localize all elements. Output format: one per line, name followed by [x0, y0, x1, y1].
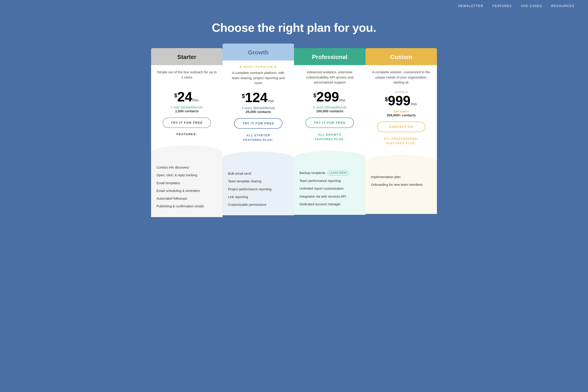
- learn-more-badge[interactable]: LEARN MORE: [328, 171, 349, 175]
- starter-period: /mo.: [192, 98, 200, 102]
- pricing-grid: Starter Simple out of the box outreach f…: [146, 48, 442, 217]
- custom-features-plus-label: ALL PROFESSIONALFEATURES PLUS:: [371, 136, 432, 146]
- growth-header: Growth: [222, 44, 294, 60]
- professional-features-plus-label: ALL GROWTHFEATURES PLUS:: [300, 132, 360, 141]
- custom-features-list: Implementation plan Onboarding for new t…: [366, 168, 437, 214]
- growth-currency: $: [242, 93, 245, 99]
- list-item: Publishing & confirmation emails: [156, 202, 217, 210]
- professional-users-contacts: 6 users ($50/additional) 100,000 contact…: [300, 106, 360, 113]
- custom-users-contacts: 15+ users 300,000+ contacts: [371, 109, 432, 117]
- plan-growth: Growth ★ MOST POPULAR ★ A complete outre…: [222, 44, 294, 215]
- nav-resources[interactable]: RESOURCES: [551, 4, 574, 8]
- custom-users: 15+ users: [371, 109, 432, 113]
- list-item: Bulk email send: [228, 170, 288, 178]
- plan-professional: Professional Advanced analytics, extensi…: [294, 48, 366, 215]
- hero-section: Choose the right plan for you.: [0, 12, 588, 48]
- custom-header: Custom: [366, 48, 437, 65]
- starter-body: Simple out of the box outreach for up to…: [151, 65, 222, 143]
- professional-amount: 299: [316, 89, 339, 104]
- starter-contacts: 1,000 contacts: [156, 109, 217, 113]
- nav-features[interactable]: FEATURES: [492, 4, 512, 8]
- starter-amount: 24: [177, 89, 192, 104]
- list-item: Team performance reporting: [300, 177, 360, 185]
- list-item: Open, click, & reply tracking: [156, 171, 217, 179]
- professional-wave: [294, 151, 366, 164]
- starter-cta-button[interactable]: TRY IT FOR FREE: [163, 118, 211, 128]
- professional-features-list: Backup recipients LEARN MORE Team perfor…: [294, 164, 366, 215]
- professional-header: Professional: [294, 48, 366, 65]
- custom-currency: $: [385, 96, 388, 102]
- list-item: Onboarding for new team members: [371, 181, 432, 188]
- custom-description: A complete solution, customized to the u…: [371, 70, 432, 86]
- professional-cta-button[interactable]: TRY IT FOR FREE: [306, 118, 354, 128]
- growth-plan-name: Growth: [227, 49, 290, 56]
- plan-starter: Starter Simple out of the box outreach f…: [151, 48, 222, 217]
- hero-title: Choose the right plan for you.: [4, 21, 584, 34]
- professional-description: Advanced analytics, extensive customizab…: [300, 70, 360, 86]
- professional-plan-name: Professional: [298, 54, 361, 60]
- starter-users: 1 user ($24/additional): [156, 106, 217, 109]
- starter-users-contacts: 1 user ($24/additional) 1,000 contacts: [156, 106, 217, 113]
- custom-price: starting at $999/mo.: [371, 90, 432, 108]
- plan-custom: Custom A complete solution, customized t…: [366, 48, 437, 214]
- list-item: Backup recipients LEARN MORE: [300, 169, 360, 177]
- navigation: NEWSLETTER FEATURES USE CASES RESOURCES: [0, 0, 588, 12]
- professional-currency: $: [313, 92, 316, 99]
- growth-features-list: Bulk email send Team template sharing Pr…: [222, 165, 294, 215]
- starter-header: Starter: [151, 48, 222, 65]
- list-item: Implementation plan: [371, 173, 432, 181]
- custom-cta-button[interactable]: CONTACT US: [377, 122, 426, 132]
- starter-description: Simple out of the box outreach for up to…: [156, 70, 217, 86]
- list-item: Dedicated account manager: [300, 200, 360, 208]
- growth-contacts: 25,000 contacts: [228, 110, 288, 114]
- list-item: Link reporting: [228, 193, 288, 201]
- starter-features-label: FEATURES:: [156, 132, 217, 136]
- nav-newsletter[interactable]: NEWSLETTER: [458, 4, 484, 8]
- growth-price: $124/mo.: [228, 91, 288, 104]
- starter-plan-name: Starter: [156, 54, 218, 60]
- professional-contacts: 100,000 contacts: [300, 109, 360, 113]
- custom-amount: 999: [388, 93, 410, 108]
- list-item: Email templates: [156, 179, 217, 187]
- list-item: Integration via web services API: [300, 192, 360, 200]
- growth-amount: 124: [245, 90, 268, 105]
- professional-body: Advanced analytics, extensive customizab…: [294, 65, 366, 148]
- professional-price: $299/mo.: [300, 90, 360, 104]
- list-item: Unlimited report customization: [300, 185, 360, 192]
- starter-currency: $: [174, 92, 177, 99]
- list-item: Customizable permissions: [228, 201, 288, 208]
- growth-cta-button[interactable]: TRY IT FOR FREE: [234, 118, 283, 128]
- growth-description: A complete outreach platform, with team …: [228, 70, 288, 86]
- most-popular-badge: ★ MOST POPULAR ★: [228, 65, 288, 68]
- growth-users-contacts: 3 users ($40/additional) 25,000 contacts: [228, 106, 288, 114]
- professional-period: /mo.: [339, 98, 346, 102]
- list-item: Email scheduling & reminders: [156, 187, 217, 195]
- list-item: Team template sharing: [228, 178, 288, 185]
- list-item: Automated followups: [156, 195, 217, 202]
- list-item: Contact info discovery: [156, 164, 217, 171]
- starter-wave: [151, 146, 222, 159]
- custom-contacts: 300,000+ contacts: [371, 113, 432, 117]
- custom-plan-name: Custom: [370, 54, 432, 60]
- growth-wave: [222, 152, 294, 165]
- custom-wave: [366, 155, 437, 168]
- growth-users: 3 users ($40/additional): [228, 106, 288, 110]
- growth-features-plus-label: ALL STARTERFEATURES PLUS:: [228, 133, 288, 142]
- professional-users: 6 users ($50/additional): [300, 106, 360, 109]
- growth-body: ★ MOST POPULAR ★ A complete outreach pla…: [222, 60, 294, 149]
- custom-period: /mo.: [410, 102, 418, 106]
- list-item: Project performance reporting: [228, 185, 288, 193]
- growth-period: /mo.: [268, 99, 275, 103]
- starter-price: $24/mo.: [156, 90, 217, 104]
- nav-use-cases[interactable]: USE CASES: [521, 4, 542, 8]
- custom-body: A complete solution, customized to the u…: [366, 65, 437, 153]
- starter-features-list: Contact info discovery Open, click, & re…: [151, 159, 222, 217]
